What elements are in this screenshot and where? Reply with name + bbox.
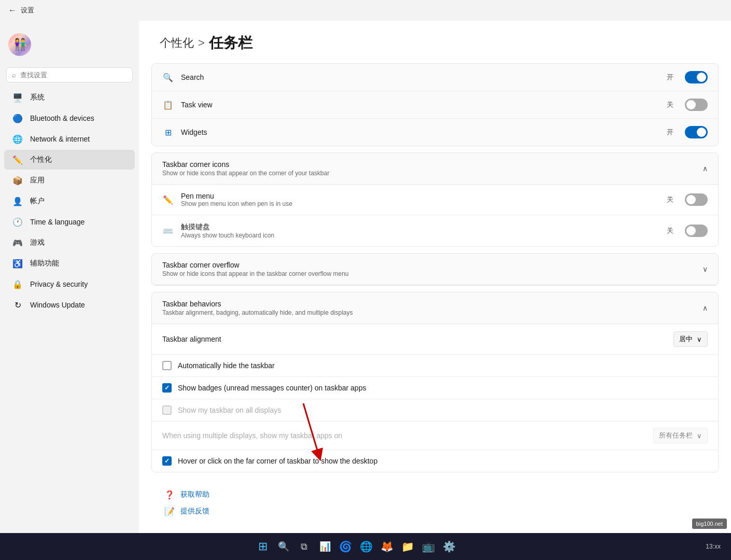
taskview-setting-row: 📋 Task view 关	[152, 91, 718, 119]
sidebar-item-label: Privacy & security	[30, 280, 88, 288]
corner-overflow-chevron: ∨	[702, 265, 708, 273]
show-desktop-row: Hover or click on the far corner of task…	[152, 450, 718, 472]
sidebar-item-network[interactable]: 🌐 Network & internet	[4, 129, 135, 149]
auto-hide-row: Automatically hide the taskbar	[152, 355, 718, 377]
sidebar: 👫 ⌕ 🖥️ 系统 🔵 Bluetooth & devices 🌐 Networ…	[0, 21, 139, 533]
taskbar-folder-icon[interactable]: 📁	[399, 537, 417, 556]
touch-toggle[interactable]	[685, 225, 708, 237]
taskbar-full: ⊞ 🔍 ⧉ 📊 🌀 🌐 🦊 📁 📺 ⚙️ 13:xx	[6, 537, 725, 556]
accessibility-icon: ♿	[12, 258, 23, 269]
sidebar-item-time[interactable]: 🕐 Time & language	[4, 212, 135, 232]
corner-overflow-subtitle: Show or hide icons that appear in the ta…	[162, 270, 702, 277]
content-scroll[interactable]: 个性化 > 任务栏 🔍 Search 开	[139, 21, 731, 533]
sidebar-item-label: 应用	[30, 176, 45, 185]
all-displays-checkbox[interactable]	[162, 405, 172, 415]
behaviors-subtitle: Taskbar alignment, badging, automaticall…	[162, 309, 702, 316]
taskbar-time: 13:xx	[706, 543, 721, 550]
multiple-displays-dropdown[interactable]: 所有任务栏 ∨	[653, 428, 708, 443]
system-icon: 🖥️	[12, 92, 23, 103]
touch-keyboard-label: 触摸键盘 Always show touch keyboard icon	[181, 222, 659, 239]
show-desktop-checkbox[interactable]	[162, 456, 172, 466]
sidebar-item-apps[interactable]: 📦 应用	[4, 171, 135, 190]
sidebar-item-label: 系统	[30, 93, 45, 102]
corner-icons-title-text: Taskbar corner icons	[162, 160, 702, 169]
all-displays-label: Show my taskbar on all displays	[178, 406, 708, 414]
search-setting-label: Search	[181, 73, 659, 81]
corner-overflow-title: Taskbar corner overflow Show or hide ico…	[162, 261, 702, 277]
feedback-link[interactable]: 📝 提供反馈	[164, 506, 706, 517]
taskbar-app1-icon[interactable]: 📺	[419, 537, 438, 556]
alignment-label: Taskbar alignment	[162, 335, 666, 343]
sidebar-item-privacy[interactable]: 🔒 Privacy & security	[4, 274, 135, 294]
sidebar-item-system[interactable]: 🖥️ 系统	[4, 88, 135, 107]
page-header: 个性化 > 任务栏	[139, 21, 731, 63]
sidebar-item-personalization[interactable]: ✏️ 个性化	[4, 150, 135, 170]
pen-toggle[interactable]	[685, 193, 708, 206]
corner-icons-content: ✏️ Pen menu Show pen menu icon when pen …	[152, 185, 718, 246]
pen-menu-label: Pen menu Show pen menu icon when pen is …	[181, 192, 659, 207]
privacy-icon: 🔒	[12, 279, 23, 289]
update-icon: ↻	[12, 300, 23, 310]
taskbar-browser1-icon[interactable]: 🌀	[336, 537, 355, 556]
sidebar-item-update[interactable]: ↻ Windows Update	[4, 295, 135, 315]
corner-icons-title: Taskbar corner icons Show or hide icons …	[162, 160, 702, 177]
taskbar-settings-icon[interactable]: ⚙️	[440, 537, 459, 556]
corner-icons-chevron: ∧	[702, 164, 708, 173]
taskbar-browser2-icon[interactable]: 🌐	[357, 537, 376, 556]
search-box[interactable]: ⌕	[6, 67, 133, 82]
content-area: 🔍 Search 开 📋 Task view 关 ⊞	[139, 63, 731, 533]
behaviors-title-text: Taskbar behaviors	[162, 300, 702, 308]
auto-hide-checkbox[interactable]	[162, 361, 172, 370]
user-avatar-section: 👫	[0, 29, 139, 64]
network-icon: 🌐	[12, 134, 23, 144]
corner-overflow-title-text: Taskbar corner overflow	[162, 261, 702, 269]
widgets-setting-label: Widgets	[181, 128, 659, 136]
breadcrumb-parent: 个性化	[160, 35, 194, 51]
corner-overflow-header[interactable]: Taskbar corner overflow Show or hide ico…	[152, 254, 718, 285]
pen-toggle-status: 关	[667, 195, 673, 204]
show-badges-checkbox[interactable]	[162, 383, 172, 393]
sidebar-item-bluetooth[interactable]: 🔵 Bluetooth & devices	[4, 108, 135, 128]
behaviors-card: Taskbar behaviors Taskbar alignment, bad…	[151, 292, 719, 472]
multiple-displays-row: When using multiple displays, show my ta…	[152, 422, 718, 450]
sidebar-item-label: Time & language	[30, 218, 85, 226]
touch-keyboard-icon: ⌨️	[162, 225, 174, 236]
corner-icons-subtitle: Show or hide icons that appear on the co…	[162, 170, 702, 177]
avatar: 👫	[8, 33, 31, 56]
search-icon: ⌕	[12, 71, 16, 79]
get-help-link[interactable]: ❓ 获取帮助	[164, 489, 706, 500]
taskview-toggle[interactable]	[685, 99, 708, 111]
touch-toggle-status: 关	[667, 226, 673, 235]
widgets-toggle[interactable]	[685, 126, 708, 138]
behaviors-header[interactable]: Taskbar behaviors Taskbar alignment, bad…	[152, 292, 718, 324]
taskbar-search-icon[interactable]: 🔍	[274, 537, 293, 556]
sidebar-item-label: 游戏	[30, 238, 45, 247]
start-button[interactable]: ⊞	[254, 537, 272, 556]
taskbar-widgets-icon[interactable]: 📊	[316, 537, 334, 556]
help-section: ❓ 获取帮助 📝 提供反馈	[151, 479, 719, 527]
bluetooth-icon: 🔵	[12, 113, 23, 123]
back-button[interactable]: ←	[8, 6, 17, 15]
sidebar-item-accounts[interactable]: 👤 帐户	[4, 191, 135, 211]
get-help-icon: ❓	[164, 489, 175, 500]
sidebar-item-gaming[interactable]: 🎮 游戏	[4, 233, 135, 253]
sidebar-item-accessibility[interactable]: ♿ 辅助功能	[4, 254, 135, 273]
search-input[interactable]	[20, 71, 127, 79]
touch-keyboard-row: ⌨️ 触摸键盘 Always show touch keyboard icon …	[152, 215, 718, 246]
watermark: big100.net	[692, 519, 727, 529]
multiple-displays-label: When using multiple displays, show my ta…	[162, 431, 647, 440]
titlebar: ← 设置	[0, 0, 731, 21]
behaviors-title: Taskbar behaviors Taskbar alignment, bad…	[162, 300, 702, 316]
search-toggle[interactable]	[685, 71, 708, 83]
all-displays-row: Show my taskbar on all displays	[152, 399, 718, 422]
taskbar-firefox-icon[interactable]: 🦊	[378, 537, 397, 556]
page-title: 任务栏	[209, 33, 252, 53]
sidebar-item-label: 帐户	[30, 197, 45, 206]
taskbar-items-card: 🔍 Search 开 📋 Task view 关 ⊞	[151, 63, 719, 146]
behaviors-content: Taskbar alignment 居中 ∨ Automatically hid…	[152, 324, 718, 472]
taskbar-taskview-icon[interactable]: ⧉	[295, 537, 314, 556]
gaming-icon: 🎮	[12, 237, 23, 248]
multiple-displays-chevron: ∨	[697, 432, 702, 440]
alignment-dropdown[interactable]: 居中 ∨	[673, 331, 708, 347]
corner-icons-header[interactable]: Taskbar corner icons Show or hide icons …	[152, 153, 718, 185]
